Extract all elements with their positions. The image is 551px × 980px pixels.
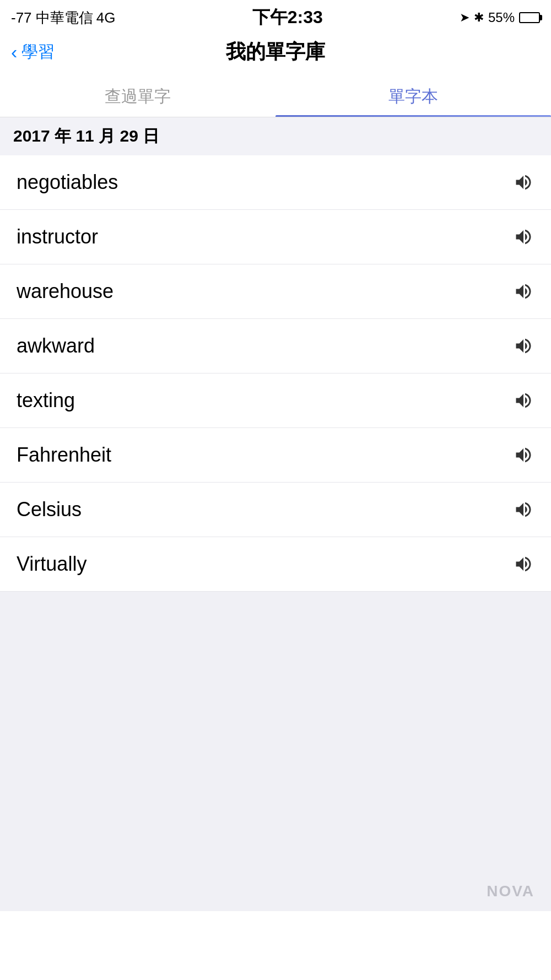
- status-carrier: -77 中華電信 4G: [11, 8, 116, 28]
- nav-bar: ‹ 學習 我的單字庫: [0, 33, 551, 74]
- word-text: negotiables: [17, 171, 118, 194]
- tab-history[interactable]: 查過單字: [0, 74, 276, 117]
- speaker-icon[interactable]: [512, 553, 534, 575]
- nova-logo: NOVA: [487, 882, 534, 900]
- word-text: warehouse: [17, 280, 114, 303]
- word-list: negotiables instructor warehouse awkward: [0, 155, 551, 592]
- list-item[interactable]: Fahrenheit: [0, 428, 551, 483]
- carrier-text: -77 中華電信: [11, 8, 93, 28]
- status-time: 下午2:33: [252, 6, 323, 30]
- status-bar: -77 中華電信 4G 下午2:33 ➤ ✱ 55%: [0, 0, 551, 33]
- tab-history-label: 查過單字: [105, 87, 171, 105]
- bottom-area: NOVA: [0, 592, 551, 911]
- tab-wordbook[interactable]: 單字本: [276, 74, 551, 117]
- list-item[interactable]: warehouse: [0, 264, 551, 319]
- date-text: 2017 年 11 月 29 日: [13, 127, 159, 145]
- list-item[interactable]: awkward: [0, 319, 551, 373]
- speaker-icon[interactable]: [512, 389, 534, 412]
- back-button[interactable]: ‹ 學習: [11, 41, 55, 63]
- list-item[interactable]: negotiables: [0, 155, 551, 210]
- date-header: 2017 年 11 月 29 日: [0, 117, 551, 155]
- word-text: instructor: [17, 225, 98, 248]
- speaker-icon[interactable]: [512, 280, 534, 302]
- speaker-icon[interactable]: [512, 171, 534, 193]
- word-text: Celsius: [17, 498, 82, 521]
- word-text: Virtually: [17, 553, 87, 576]
- status-icons: ➤ ✱ 55%: [460, 10, 540, 25]
- list-item[interactable]: texting: [0, 373, 551, 428]
- network-type: 4G: [96, 9, 116, 26]
- speaker-icon[interactable]: [512, 444, 534, 466]
- page-title: 我的單字庫: [226, 39, 325, 66]
- battery-icon: [519, 12, 540, 23]
- speaker-icon[interactable]: [512, 226, 534, 248]
- location-icon: ➤: [460, 10, 469, 25]
- word-text: awkward: [17, 334, 95, 358]
- tab-bar: 查過單字 單字本: [0, 74, 551, 117]
- battery-percent: 55%: [488, 10, 515, 25]
- speaker-icon[interactable]: [512, 499, 534, 521]
- tab-wordbook-label: 單字本: [388, 87, 438, 105]
- list-item[interactable]: Virtually: [0, 537, 551, 592]
- back-arrow-icon: ‹: [11, 41, 17, 63]
- speaker-icon[interactable]: [512, 335, 534, 357]
- list-item[interactable]: instructor: [0, 210, 551, 264]
- word-text: texting: [17, 389, 75, 412]
- bluetooth-icon: ✱: [474, 10, 484, 25]
- word-text: Fahrenheit: [17, 443, 111, 467]
- back-label: 學習: [21, 41, 55, 63]
- list-item[interactable]: Celsius: [0, 483, 551, 537]
